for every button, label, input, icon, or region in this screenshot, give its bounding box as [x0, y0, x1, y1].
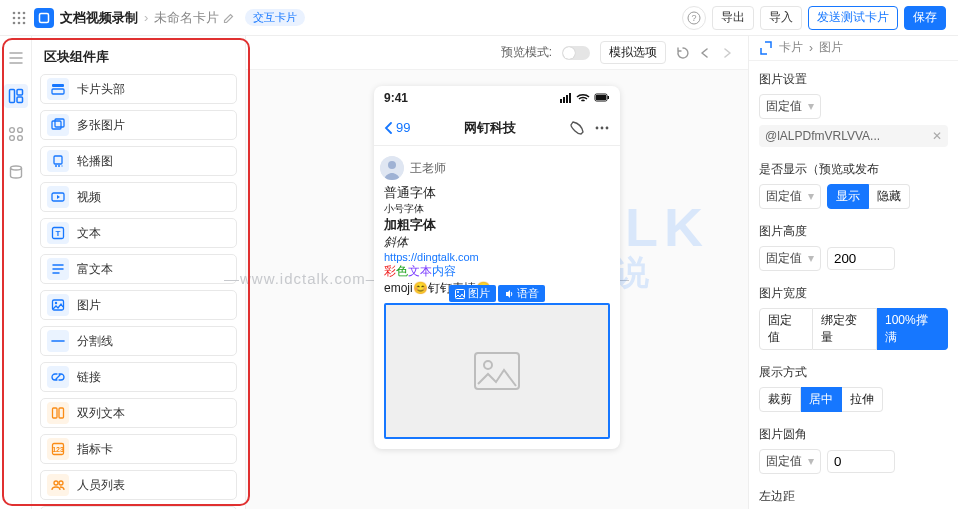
video-icon: [47, 186, 69, 208]
rp-radius-label: 图片圆角: [759, 426, 948, 443]
component-item-image[interactable]: 图片: [40, 290, 237, 320]
phone-back-count: 99: [396, 120, 410, 135]
fit-stretch[interactable]: 拉伸: [842, 387, 883, 412]
rail-outline-icon[interactable]: [4, 46, 28, 70]
svg-point-55: [388, 161, 396, 169]
redo-icon[interactable]: [720, 46, 734, 60]
selected-image-block[interactable]: 图片 语音: [384, 303, 610, 439]
component-item-twocol[interactable]: 双列文本: [40, 398, 237, 428]
component-item-label: 视频: [77, 189, 101, 206]
phone-more-icon[interactable]: [594, 121, 610, 135]
text-normal: 普通字体: [384, 184, 610, 202]
svg-rect-14: [17, 97, 23, 103]
phone-preview: 9:41 99 网钉科技: [374, 86, 620, 449]
close-icon[interactable]: ✕: [932, 129, 942, 143]
svg-point-18: [17, 136, 22, 141]
text-link[interactable]: https://dingtalk.com: [384, 251, 610, 263]
component-item-divider[interactable]: 分割线: [40, 326, 237, 356]
text-bold: 加粗字体: [384, 216, 610, 234]
preview-mode-switch[interactable]: [562, 46, 590, 60]
phone-call-icon[interactable]: [570, 121, 584, 135]
svg-rect-58: [475, 353, 519, 389]
svg-rect-9: [40, 13, 49, 22]
twocol-icon: [47, 402, 69, 424]
rp-card-icon[interactable]: [759, 41, 773, 55]
phone-status-icons: [560, 93, 610, 103]
rail-data-icon[interactable]: [4, 160, 28, 184]
svg-point-1: [18, 11, 21, 14]
svg-point-51: [596, 126, 599, 129]
history-icon[interactable]: [676, 46, 690, 60]
height-input[interactable]: [827, 247, 895, 270]
img-token[interactable]: @lALPDfmVRLVVA... ✕: [759, 125, 948, 147]
divider-icon: [47, 330, 69, 352]
component-item-carousel[interactable]: 轮播图: [40, 146, 237, 176]
visibility-show[interactable]: 显示: [827, 184, 869, 209]
crumb-sep: ›: [144, 10, 148, 25]
svg-point-59: [484, 361, 492, 369]
rp-fit-label: 展示方式: [759, 364, 948, 381]
teacher-name: 王老师: [410, 160, 446, 177]
radius-mode-select[interactable]: 固定值▾: [759, 449, 821, 474]
svg-point-6: [13, 21, 16, 24]
carousel-icon: [47, 150, 69, 172]
crumb-card-name[interactable]: 未命名卡片: [154, 9, 219, 27]
component-item-video[interactable]: 视频: [40, 182, 237, 212]
apps-grid-icon[interactable]: [12, 11, 26, 25]
rp-crumb-card[interactable]: 卡片: [779, 39, 803, 56]
sel-chip-voice[interactable]: 语音: [498, 285, 545, 302]
export-button[interactable]: 导出: [712, 6, 754, 30]
svg-point-0: [13, 11, 16, 14]
card-type-tag: 交互卡片: [245, 9, 305, 26]
component-item-metric[interactable]: 123指标卡: [40, 434, 237, 464]
save-button[interactable]: 保存: [904, 6, 946, 30]
svg-point-15: [9, 128, 14, 133]
people-icon: [47, 474, 69, 496]
svg-rect-34: [59, 408, 64, 418]
svg-rect-20: [52, 84, 64, 87]
visibility-mode-select[interactable]: 固定值▾: [759, 184, 821, 209]
svg-point-52: [601, 126, 604, 129]
component-item-text[interactable]: T文本: [40, 218, 237, 248]
undo-icon[interactable]: [698, 46, 712, 60]
component-item-images[interactable]: 多张图片: [40, 110, 237, 140]
width-fixed[interactable]: 固定值: [759, 308, 813, 350]
fit-center[interactable]: 居中: [801, 387, 842, 412]
width-bind[interactable]: 绑定变量: [813, 308, 877, 350]
component-item-people[interactable]: 人员列表: [40, 470, 237, 500]
component-item-label: 轮播图: [77, 153, 113, 170]
svg-rect-12: [9, 90, 14, 103]
component-item-header[interactable]: 卡片头部: [40, 74, 237, 104]
component-item-label: 卡片头部: [77, 81, 125, 98]
img-source-select[interactable]: 固定值▾: [759, 94, 821, 119]
radius-input[interactable]: [827, 450, 895, 473]
sel-chip-image[interactable]: 图片: [449, 285, 496, 302]
rp-img-settings-label: 图片设置: [759, 71, 948, 88]
rail-blocks-icon[interactable]: [4, 84, 28, 108]
edit-icon[interactable]: [223, 12, 235, 24]
help-button[interactable]: ?: [682, 6, 706, 30]
svg-text:123: 123: [52, 446, 64, 453]
text-icon: T: [47, 222, 69, 244]
component-item-link[interactable]: 链接: [40, 362, 237, 392]
svg-point-38: [59, 481, 63, 485]
svg-rect-33: [53, 408, 58, 418]
import-button[interactable]: 导入: [760, 6, 802, 30]
fit-crop[interactable]: 裁剪: [759, 387, 801, 412]
component-item-richtext[interactable]: 富文本: [40, 254, 237, 284]
svg-point-2: [23, 11, 26, 14]
width-full[interactable]: 100%撑满: [877, 308, 948, 350]
rail-components-icon[interactable]: [4, 122, 28, 146]
svg-point-57: [457, 291, 459, 293]
richtext-icon: [47, 258, 69, 280]
phone-back-button[interactable]: 99: [384, 120, 410, 135]
sim-options-chip[interactable]: 模拟选项: [600, 41, 666, 64]
component-item-label: 人员列表: [77, 477, 125, 494]
component-item-label: 双列文本: [77, 405, 125, 422]
height-mode-select[interactable]: 固定值▾: [759, 246, 821, 271]
visibility-hide[interactable]: 隐藏: [869, 184, 910, 209]
teacher-avatar: [380, 156, 404, 180]
svg-rect-45: [563, 97, 565, 103]
svg-point-32: [55, 302, 57, 304]
send-test-button[interactable]: 发送测试卡片: [808, 6, 898, 30]
